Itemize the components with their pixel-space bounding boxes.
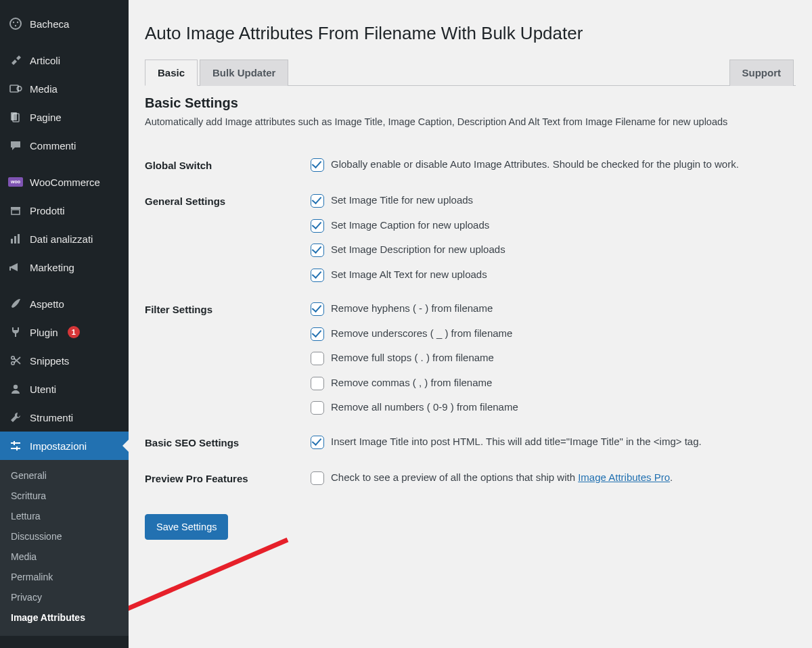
section-title: Basic Settings <box>145 95 796 111</box>
tab-bulk-updater[interactable]: Bulk Updater <box>200 60 288 86</box>
sidebar-item-media[interactable]: Media <box>0 74 129 103</box>
submenu-discussion[interactable]: Discussione <box>0 526 129 547</box>
option-label-text: . <box>670 471 673 483</box>
submenu-media[interactable]: Media <box>0 547 129 567</box>
option-set-title[interactable]: Set Image Title for new uploads <box>311 193 789 208</box>
svg-rect-17 <box>16 446 18 450</box>
row-label-basic-seo: Basic SEO Settings <box>145 425 311 461</box>
checkbox-icon[interactable] <box>311 471 324 485</box>
option-set-caption[interactable]: Set Image Caption for new uploads <box>311 218 789 233</box>
comment-icon <box>8 138 23 153</box>
checkbox-icon[interactable] <box>311 352 324 365</box>
checkbox-icon[interactable] <box>311 219 324 233</box>
svg-point-0 <box>10 18 21 29</box>
option-set-description[interactable]: Set Image Description for new uploads <box>311 242 789 258</box>
option-remove-numbers[interactable]: Remove all numbers ( 0-9 ) from filename <box>311 400 789 415</box>
checkbox-icon[interactable] <box>311 436 324 449</box>
sidebar-item-dashboard[interactable]: Bacheca <box>0 9 129 38</box>
submenu-reading[interactable]: Lettura <box>0 506 129 526</box>
option-set-alt[interactable]: Set Image Alt Text for new uploads <box>311 267 789 283</box>
sidebar-item-products[interactable]: Prodotti <box>0 196 129 225</box>
admin-sidebar: Bacheca Articoli Media Pagine Commenti w… <box>0 0 129 648</box>
update-badge: 1 <box>68 326 80 338</box>
sidebar-item-settings[interactable]: Impostazioni <box>0 432 129 460</box>
checkbox-icon[interactable] <box>311 401 324 415</box>
checkbox-icon[interactable] <box>311 158 324 172</box>
submenu-privacy[interactable]: Privacy <box>0 587 129 607</box>
save-settings-button[interactable]: Save Settings <box>145 514 228 540</box>
sidebar-item-appearance[interactable]: Aspetto <box>0 290 129 318</box>
sliders-icon <box>8 438 23 453</box>
checkbox-icon[interactable] <box>311 302 324 316</box>
user-icon <box>8 381 23 396</box>
row-label-filter-settings: Filter Settings <box>145 292 311 425</box>
sidebar-item-analytics[interactable]: Dati analizzati <box>0 225 129 253</box>
checkbox-icon[interactable] <box>311 269 324 282</box>
option-label: Remove underscores ( _ ) from filename <box>331 326 512 342</box>
option-label: Remove commas ( , ) from filename <box>331 375 492 391</box>
tab-support[interactable]: Support <box>729 60 794 86</box>
option-label: Remove all numbers ( 0-9 ) from filename <box>331 400 518 415</box>
brush-icon <box>8 296 23 311</box>
sidebar-item-plugins[interactable]: Plugin 1 <box>0 318 129 346</box>
option-insert-title-html[interactable]: Insert Image Title into post HTML. This … <box>311 434 789 450</box>
submenu-writing[interactable]: Scrittura <box>0 486 129 506</box>
sidebar-item-label: Pagine <box>30 112 62 123</box>
sidebar-item-label: WooCommerce <box>30 177 100 188</box>
svg-point-15 <box>14 385 18 389</box>
page-icon <box>8 110 23 124</box>
option-remove-fullstops[interactable]: Remove full stops ( . ) from filename <box>311 350 789 366</box>
submenu-general[interactable]: Generali <box>0 465 129 486</box>
sidebar-item-comments[interactable]: Commenti <box>0 131 129 160</box>
sidebar-item-marketing[interactable]: Marketing <box>0 253 129 281</box>
svg-rect-9 <box>12 210 20 214</box>
svg-rect-16 <box>14 441 15 445</box>
pin-icon <box>8 53 23 68</box>
checkbox-icon[interactable] <box>311 194 324 208</box>
option-label: Set Image Title for new uploads <box>331 193 473 208</box>
sidebar-item-snippets[interactable]: Snippets <box>0 346 129 375</box>
sidebar-item-label: Impostazioni <box>30 440 87 452</box>
checkbox-icon[interactable] <box>311 327 324 341</box>
sidebar-item-label: Aspetto <box>30 298 64 310</box>
option-global-enable[interactable]: Globally enable or disable Auto Image At… <box>311 157 789 172</box>
sidebar-item-posts[interactable]: Articoli <box>0 46 129 74</box>
svg-rect-10 <box>11 239 13 244</box>
option-preview-pro[interactable]: Check to see a preview of all the option… <box>311 470 789 486</box>
sidebar-item-pages[interactable]: Pagine <box>0 103 129 131</box>
submenu-image-attributes[interactable]: Image Attributes <box>0 607 129 628</box>
chart-icon <box>8 231 23 246</box>
woo-icon: woo <box>8 175 23 189</box>
checkbox-icon[interactable] <box>311 244 324 257</box>
sidebar-item-label: Marketing <box>30 262 74 273</box>
option-remove-underscores[interactable]: Remove underscores ( _ ) from filename <box>311 326 789 342</box>
option-remove-hyphens[interactable]: Remove hyphens ( - ) from filename <box>311 301 789 317</box>
main-content: Auto Image Attributes From Filename With… <box>129 0 812 648</box>
sidebar-item-users[interactable]: Utenti <box>0 375 129 403</box>
option-remove-commas[interactable]: Remove commas ( , ) from filename <box>311 375 789 391</box>
archive-icon <box>8 203 23 218</box>
sidebar-item-label: Utenti <box>30 384 56 395</box>
option-label: Globally enable or disable Auto Image At… <box>331 157 739 172</box>
sidebar-item-tools[interactable]: Strumenti <box>0 403 129 432</box>
sidebar-item-label: Commenti <box>30 140 76 152</box>
option-label: Remove full stops ( . ) from filename <box>331 350 494 366</box>
submenu-permalink[interactable]: Permalink <box>0 567 129 587</box>
option-label: Set Image Caption for new uploads <box>331 218 489 233</box>
svg-line-18 <box>129 540 288 624</box>
option-label-text: Check to see a preview of all the option… <box>331 471 578 483</box>
svg-point-2 <box>17 22 18 23</box>
wrench-icon <box>8 410 23 425</box>
tab-basic[interactable]: Basic <box>145 60 198 86</box>
sidebar-item-woocommerce[interactable]: woo WooCommerce <box>0 168 129 196</box>
megaphone-icon <box>8 260 23 275</box>
scissors-icon <box>8 353 23 368</box>
media-icon <box>8 81 23 96</box>
row-label-preview-pro: Preview Pro Features <box>145 461 311 496</box>
sidebar-item-label: Prodotti <box>30 205 65 216</box>
option-label: Remove hyphens ( - ) from filename <box>331 301 493 317</box>
dashboard-icon <box>8 16 23 31</box>
checkbox-icon[interactable] <box>311 377 324 390</box>
svg-rect-8 <box>11 207 20 209</box>
image-attributes-pro-link[interactable]: Image Attributes Pro <box>578 471 670 483</box>
